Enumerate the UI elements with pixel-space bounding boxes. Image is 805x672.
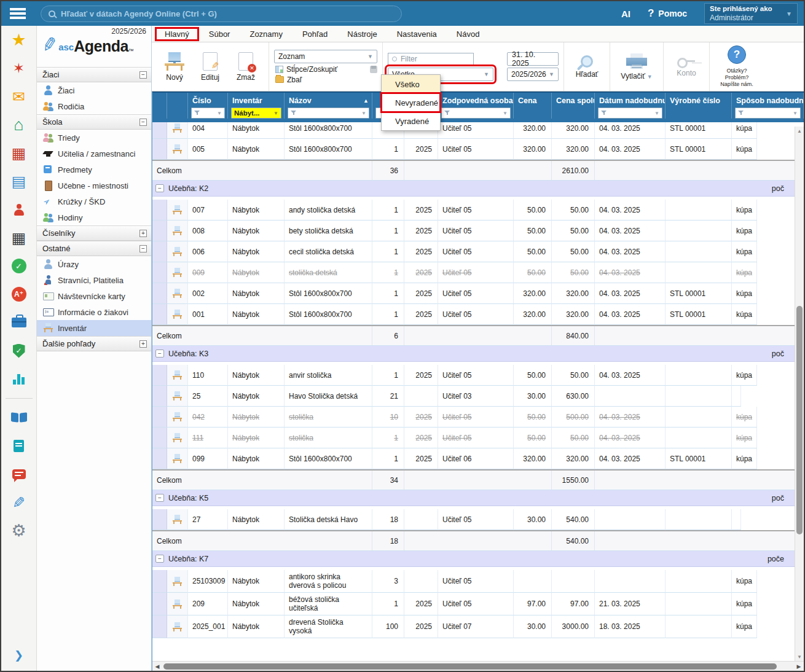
section-toggle-icon[interactable]: − (139, 71, 147, 79)
column-filter[interactable]: ▼ (441, 107, 511, 119)
table-row[interactable]: 009Nábytokstolička detská12025Učiteľ 055… (152, 262, 795, 283)
column-header-cena-spolu[interactable]: Cena spolu (552, 93, 595, 107)
home-icon[interactable] (1, 111, 37, 139)
wand-icon[interactable] (1, 54, 37, 82)
documents-icon[interactable] (1, 432, 37, 460)
hamburger-menu-icon[interactable] (10, 8, 26, 19)
filter-input[interactable]: Filter (388, 53, 474, 65)
search-button[interactable]: Hľadať (569, 55, 605, 79)
horizontal-scrollbar[interactable]: ◀ ▶ (152, 661, 804, 671)
account-menu[interactable]: Ste prihlásený ako Administrátor ▼ (704, 3, 798, 24)
table-row[interactable]: 042Nábytokstolička102025Učiteľ 0550.0050… (152, 407, 795, 428)
sidebar-item-u-itelia-zamestnanci[interactable]: Učitelia / zamestnanci (37, 146, 151, 162)
library-icon[interactable] (1, 404, 37, 432)
scroll-down-icon[interactable]: ▼ (795, 652, 804, 661)
collapse-group-icon[interactable]: − (155, 555, 164, 563)
collapse-group-icon[interactable]: − (155, 184, 164, 192)
column-header-cena[interactable]: Cena (514, 93, 552, 107)
table-row[interactable]: 25103009Nábytokantikoro skrinka dverová … (152, 570, 795, 593)
scroll-right-icon[interactable]: ▶ (794, 663, 804, 670)
table-row[interactable]: 110Nábytokanvir stolička12025Učiteľ 0550… (152, 365, 795, 386)
dropdown-option-vyradené[interactable]: Vyradené (382, 112, 440, 130)
shield-icon[interactable]: ✓ (1, 337, 37, 365)
inventar-filter-active[interactable]: Nábyt...▼ (231, 107, 281, 119)
menu-item-hlavný[interactable]: Hlavný (155, 28, 198, 41)
sidebar-section-2[interactable]: Číselníky+ (37, 225, 151, 241)
group-header-row[interactable]: −Učebňa: K2poč (152, 181, 795, 197)
calendar-icon[interactable] (1, 139, 37, 167)
ai-button[interactable]: AI (621, 9, 630, 19)
save-layout-icon[interactable] (370, 66, 377, 73)
new-button[interactable]: Nový (157, 52, 192, 82)
menu-item-návod[interactable]: Návod (447, 28, 489, 41)
table-row[interactable]: 007Nábytokandy stolička detská12025Učite… (152, 200, 795, 221)
delete-button[interactable]: ✕ Zmaž (228, 52, 264, 82)
section-toggle-icon[interactable]: − (139, 119, 147, 126)
grade-icon[interactable]: A⁺ (1, 280, 37, 308)
sidebar-section-4[interactable]: Ďalšie pohľady+ (37, 336, 151, 351)
notebook-icon[interactable] (1, 167, 37, 195)
scroll-up-icon[interactable]: ▲ (795, 127, 804, 135)
table-row[interactable]: 006Nábytokcecil stolička detská12025Učit… (152, 241, 795, 262)
dropdown-option-nevyradené[interactable]: Nevyradené (382, 93, 440, 112)
sidebar-expand-chevron-icon[interactable]: ❯ (14, 649, 23, 662)
group-header-row[interactable]: −Učebňa: K7poče (152, 551, 795, 567)
table-row[interactable]: 004NábytokStôl 1600x800x70012025Učiteľ 0… (152, 122, 795, 139)
school-year-select[interactable]: 2025/2026▼ (507, 68, 559, 81)
table-row[interactable]: 27NábytokStolička detská Havo18Učiteľ 05… (152, 509, 795, 530)
column-header-n-zov[interactable]: Názov▲ (285, 93, 372, 107)
global-search-input[interactable]: Hľadať v dátach Agendy Online (Ctrl + G) (41, 6, 402, 22)
sidebar-item-n-v-tevn-cke-karty[interactable]: Návštevnícke karty (37, 288, 151, 304)
vertical-scrollbar[interactable]: ▲ ▼ (795, 127, 804, 661)
table-row[interactable]: 001NábytokStôl 1600x800x70012025Učiteľ 0… (152, 304, 795, 325)
sidebar-item--razy[interactable]: Úrazy (37, 256, 151, 272)
edit-button[interactable]: ✎ Edituj (192, 52, 228, 82)
menu-item-súbor[interactable]: Súbor (200, 28, 240, 41)
sidebar-section-1[interactable]: Škola− (37, 114, 151, 130)
gear-icon[interactable] (1, 517, 37, 545)
date-field[interactable]: 31. 10. 2025 (507, 52, 559, 66)
collapse-group-icon[interactable]: − (155, 350, 164, 357)
menu-item-nástroje[interactable]: Nástroje (338, 28, 386, 41)
section-toggle-icon[interactable]: − (139, 245, 147, 252)
sidebar-item-triedy[interactable]: Triedy (37, 130, 151, 146)
sidebar-item-rodi-ia[interactable]: Rodičia (37, 98, 151, 114)
star-icon[interactable] (1, 26, 37, 54)
sidebar-item-hodiny[interactable]: Hodiny (37, 209, 151, 225)
horizontal-scroll-handle[interactable] (163, 663, 777, 670)
dropdown-option-všetko[interactable]: Všetko (382, 75, 440, 93)
person-icon[interactable] (1, 195, 37, 224)
vertical-scroll-handle[interactable] (796, 306, 803, 534)
group-header-row[interactable]: −Učebňa: K3poč (152, 346, 795, 362)
sidebar-item-inform-cie-o-iakovi[interactable]: Informácie o žiakovi (37, 304, 151, 320)
sidebar-item-stravn-ci-platitelia[interactable]: Stravníci, Platitelia (37, 272, 151, 288)
sidebar-item-u-ebne-miestnosti[interactable]: Učebne - miestnosti (37, 178, 151, 193)
sidebar-item-kr-ky-kd[interactable]: Krúžky / ŠKD (37, 193, 151, 209)
table-row[interactable]: 209Nábytokbéžová stolička učiteľská12025… (152, 593, 795, 615)
section-toggle-icon[interactable]: + (139, 340, 147, 348)
mail-icon[interactable] (1, 82, 37, 111)
column-header-sp-sob-nadobudnu[interactable]: Spôsob nadobudnu (732, 93, 804, 107)
menu-item-pohľad[interactable]: Pohľad (293, 28, 337, 41)
column-filter[interactable]: ▼ (288, 107, 369, 119)
check-icon[interactable]: ✓ (1, 252, 37, 280)
pen-icon[interactable] (1, 488, 37, 517)
konto-button[interactable]: Konto (669, 57, 704, 77)
sort-asc-icon[interactable]: ▲ (363, 98, 369, 104)
collapse-button[interactable]: Zbaľ (274, 76, 377, 84)
section-toggle-icon[interactable]: + (139, 230, 147, 237)
scroll-left-icon[interactable]: ◀ (152, 663, 162, 670)
table-row[interactable]: 25NábytokHavo Stolička detská21Učiteľ 03… (152, 386, 795, 407)
sidebar-item-invent-r[interactable]: Inventár (37, 320, 151, 336)
table-row[interactable]: 005NábytokStôl 1600x800x70012025Učiteľ 0… (152, 139, 795, 160)
sidebar-item--iaci[interactable]: Žiaci (37, 82, 151, 98)
collapse-group-icon[interactable]: − (155, 494, 164, 502)
group-header-row[interactable]: −Učebňa: K5poč (152, 490, 795, 506)
print-button[interactable]: Vytlačiť▼ (615, 53, 658, 80)
column-header-zodpovedn-osoba[interactable]: Zodpovedná osoba (438, 93, 514, 107)
sidebar-section-3[interactable]: Ostatné− (37, 241, 151, 256)
table-row[interactable]: 008Nábytokbety stolička detská12025Učite… (152, 221, 795, 241)
column-header-d-tum-nadobudnuti[interactable]: Dátum nadobudnuti (595, 93, 666, 107)
table-row[interactable]: 002NábytokStôl 1600x800x70012025Učiteľ 0… (152, 283, 795, 304)
chart-icon[interactable] (1, 365, 37, 393)
